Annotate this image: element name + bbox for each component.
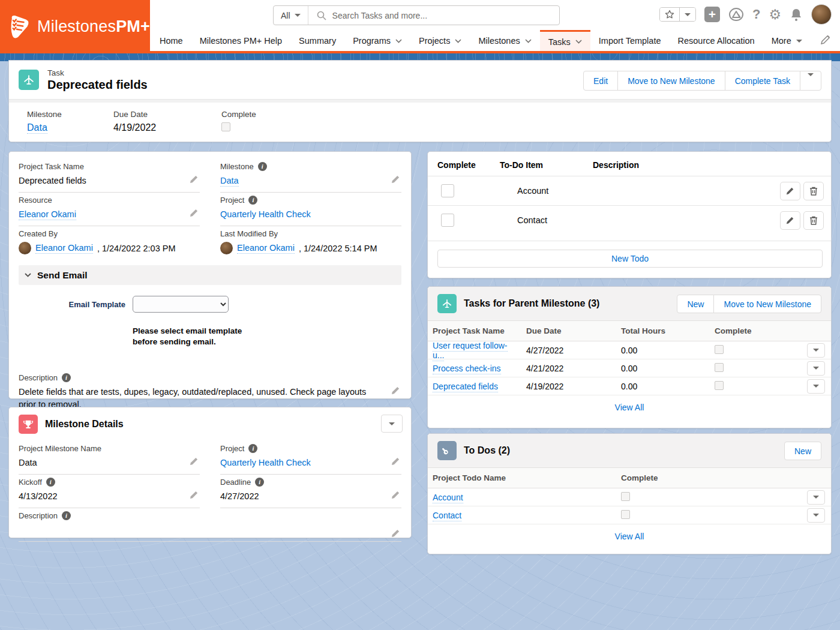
nav-edit-pencil-icon[interactable] [821,35,830,44]
edit-pencil-icon[interactable] [190,208,199,217]
tab-summary[interactable]: Summary [290,30,344,52]
tab-more[interactable]: More [763,30,811,52]
project-link[interactable]: Quarterly Health Check [220,209,311,219]
todo-link[interactable]: Account [433,493,463,503]
task-link[interactable]: Process check-ins [433,364,501,374]
edit-todo-button[interactable] [780,211,800,230]
tab-resource-allocation[interactable]: Resource Allocation [669,30,763,52]
info-icon[interactable]: i [248,196,257,205]
chevron-down-icon [813,385,819,388]
field-deadline: Deadlinei 4/27/2022 [220,475,401,508]
complete-checkbox[interactable] [221,122,230,131]
row-menu-button[interactable] [807,490,825,505]
search-input[interactable] [332,11,559,20]
edit-todo-button[interactable] [780,182,800,200]
user-avatar[interactable] [811,4,832,25]
view-all-link[interactable]: View All [615,532,644,541]
send-email-section-header[interactable]: Send Email [19,265,401,285]
new-task-button[interactable]: New [677,295,714,313]
todo-complete-checkbox[interactable] [441,184,454,197]
task-link[interactable]: Deprecated fields [433,382,498,392]
info-icon[interactable]: i [255,478,264,487]
edit-pencil-icon[interactable] [190,490,199,499]
edit-pencil-icon[interactable] [391,386,400,395]
move-to-new-milestone-button[interactable]: Move to New Milestone [713,295,821,313]
todos-actions: New [784,442,821,460]
trailhead-icon[interactable] [728,7,744,22]
tab-programs[interactable]: Programs [344,30,410,52]
complete-checkbox[interactable] [715,381,724,390]
complete-checkbox[interactable] [715,345,724,354]
row-menu-button[interactable] [807,508,825,523]
tab-home[interactable]: Home [151,30,191,52]
complete-checkbox[interactable] [621,510,630,519]
project-link[interactable]: Quarterly Health Check [220,458,311,467]
edit-pencil-icon[interactable] [190,457,199,466]
milestone-link[interactable]: Data [220,176,239,187]
tab-milestones-pm-help[interactable]: Milestones PM+ Help [191,30,290,52]
todo-complete-checkbox[interactable] [441,214,454,227]
edit-pencil-icon[interactable] [391,490,400,499]
todo-item-name: Contact [517,215,547,225]
tab-tasks[interactable]: Tasks [540,30,590,52]
info-icon[interactable]: i [258,162,267,171]
edit-pencil-icon[interactable] [391,457,400,466]
app-logo[interactable]: MilestonesPM+ [0,0,150,53]
move-to-new-milestone-button[interactable]: Move to New Milestone [617,71,725,91]
todo-link[interactable]: Contact [433,511,461,521]
info-icon[interactable]: i [62,511,71,520]
global-search: All [273,5,560,25]
todos-related-card: To Dos (2) New Project Todo Name Complet… [427,433,832,554]
tab-projects[interactable]: Projects [410,30,470,52]
chevron-down-icon [295,14,301,17]
edit-pencil-icon[interactable] [391,529,400,538]
new-todo-related-button[interactable]: New [784,442,821,460]
edit-button[interactable]: Edit [583,71,618,91]
card-title: To Dos (2) [464,445,510,456]
info-icon[interactable]: i [46,478,55,487]
row-menu-button[interactable] [807,361,825,376]
parent-tasks-header: Tasks for Parent Milestone (3) New Move … [428,287,831,320]
delete-todo-button[interactable] [803,211,824,230]
new-todo-button[interactable]: New Todo [437,250,823,268]
last-modified-by-link[interactable]: Eleanor Okami [237,243,295,254]
card-menu-button[interactable] [381,415,403,433]
global-actions: + ? ⚙ [659,4,832,25]
chevron-down-icon [685,13,691,16]
row-menu-button[interactable] [807,379,825,394]
edit-pencil-icon[interactable] [391,175,400,184]
notifications-bell-icon[interactable] [790,7,803,22]
help-icon[interactable]: ? [752,7,760,22]
brand-underline [0,51,840,53]
search-scope-value: All [281,11,290,20]
tab-milestones[interactable]: Milestones [470,30,539,52]
todo-object-icon [437,441,457,460]
complete-task-button[interactable]: Complete Task [725,71,800,91]
chevron-down-icon [389,422,395,425]
favorites-list-button[interactable] [679,8,695,21]
chevron-down-icon [525,39,532,43]
created-by-link[interactable]: Eleanor Okami [35,243,93,254]
global-header: MilestonesPM+ All + ? ⚙ [0,0,840,53]
task-link[interactable]: User request follow-u... [433,341,508,361]
setup-gear-icon[interactable]: ⚙ [769,7,781,23]
field-project: Projecti Quarterly Health Check [220,193,401,226]
search-scope-dropdown[interactable]: All [274,6,308,25]
info-icon[interactable]: i [62,373,71,382]
view-all-link[interactable]: View All [615,403,644,412]
resource-link[interactable]: Eleanor Okami [19,209,76,220]
email-template-select[interactable] [133,296,229,313]
milestone-link[interactable]: Data [27,122,47,134]
complete-checkbox[interactable] [715,363,724,372]
row-menu-button[interactable] [807,343,825,358]
favorite-star-icon[interactable] [660,8,679,21]
complete-checkbox[interactable] [621,492,630,501]
field-milestone: Milestonei Data [220,159,401,193]
info-icon[interactable]: i [248,444,257,453]
global-new-button[interactable]: + [704,7,720,22]
delete-todo-button[interactable] [803,182,824,200]
table-header-row: Project Task Name Due Date Total Hours C… [428,320,831,341]
more-actions-button[interactable] [800,71,821,91]
edit-pencil-icon[interactable] [190,175,199,184]
tab-import-template[interactable]: Import Template [590,30,670,52]
